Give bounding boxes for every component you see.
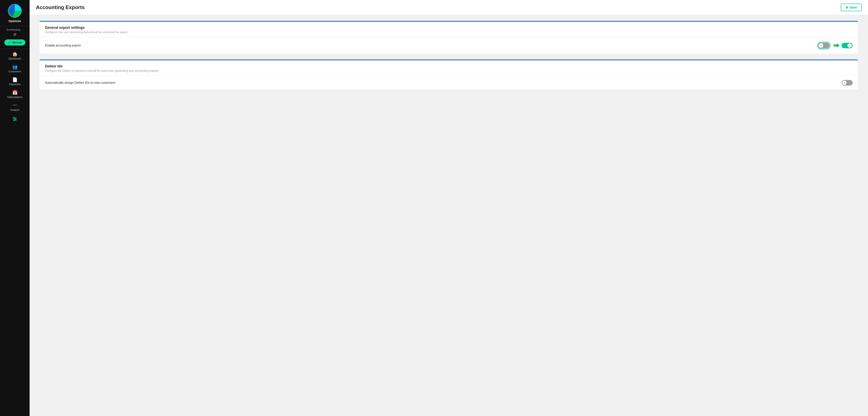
- general-export-settings-card: General export settings Configure how yo…: [39, 21, 858, 54]
- settings-icon[interactable]: [0, 114, 30, 124]
- sidebar-item-label-dashboard: Dashboard: [8, 57, 21, 60]
- auto-assign-toggle[interactable]: ✕: [842, 80, 852, 85]
- card-title-general: General export settings: [45, 26, 852, 30]
- main-header: Accounting Exports ⊕ Save: [30, 0, 868, 15]
- sidebar-nav: 🏠 Dashboard 👥 Customers 📄 Payments 📅 Sub…: [0, 50, 30, 114]
- subscriptions-icon: 📅: [12, 91, 18, 95]
- debtor-ids-card: Debtor Ids Configure the Debtor Id seque…: [39, 60, 858, 90]
- toggle-on-example: ✓: [842, 43, 852, 48]
- transfer-arrows-icon: ⇄: [13, 32, 17, 37]
- plus-circle-icon: ⊕: [845, 5, 848, 9]
- svg-point-4: [15, 118, 16, 119]
- toggle-area-enable-export: ✕ ➡ ✓: [818, 41, 852, 50]
- app-name: Optimize: [8, 19, 21, 23]
- sidebar-item-label-payments: Payments: [9, 83, 21, 86]
- sidebar: Optimize Bookkeeping ... ⇄ 🚀 Go Live 🏠 D…: [0, 0, 30, 416]
- sidebar-item-subscriptions[interactable]: 📅 Subscriptions: [0, 88, 30, 101]
- row-enable-accounting-export: Enable accounting export ✕ ➡ ✓: [39, 37, 858, 54]
- go-live-label: Go Live: [12, 41, 22, 44]
- sidebar-item-label-analyze: Analyze: [10, 108, 19, 111]
- main-area: Accounting Exports ⊕ Save General export…: [30, 0, 868, 416]
- card-subtitle-general: Configure how your accounting data shoul…: [45, 31, 852, 34]
- analyze-icon: 〰: [12, 103, 17, 108]
- row-auto-assign-debtor-ids: Automatically assign Debtor IDs to new c…: [39, 76, 858, 90]
- payments-icon: 📄: [12, 78, 18, 82]
- sidebar-item-analyze[interactable]: 〰 Analyze: [0, 101, 30, 114]
- right-arrow-icon: ➡: [833, 41, 839, 50]
- sidebar-item-label-customers: Customers: [9, 70, 21, 73]
- toggle-on-thumb: ✓: [847, 43, 852, 48]
- toggle-thumb-debtor: ✕: [842, 80, 846, 85]
- card-header-debtor: Debtor Ids Configure the Debtor Id seque…: [39, 60, 858, 76]
- main-content: General export settings Configure how yo…: [30, 15, 868, 416]
- rocket-icon: 🚀: [8, 41, 11, 44]
- svg-point-5: [14, 120, 15, 120]
- enable-accounting-export-label: Enable accounting export: [45, 44, 81, 47]
- save-button[interactable]: ⊕ Save: [841, 4, 862, 11]
- toggle-thumb-off: ✕: [819, 43, 823, 48]
- sidebar-item-dashboard[interactable]: 🏠 Dashboard: [0, 50, 30, 63]
- app-logo[interactable]: [8, 4, 22, 18]
- toggle-arrow-annotation: ➡ ✓: [833, 41, 852, 50]
- svg-point-3: [13, 117, 14, 118]
- enable-export-toggle[interactable]: ✕: [818, 43, 829, 48]
- sidebar-item-customers[interactable]: 👥 Customers: [0, 63, 30, 75]
- card-subtitle-debtor: Configure the Debtor Id sequence that wi…: [45, 69, 852, 72]
- sidebar-item-label-subscriptions: Subscriptions: [7, 96, 23, 99]
- page-title: Accounting Exports: [36, 4, 85, 10]
- go-live-button[interactable]: 🚀 Go Live: [4, 39, 25, 45]
- integration-name: Bookkeeping ...: [5, 28, 25, 31]
- sidebar-item-payments[interactable]: 📄 Payments: [0, 75, 30, 88]
- dashboard-icon: 🏠: [12, 52, 18, 56]
- auto-assign-debtor-label: Automatically assign Debtor IDs to new c…: [45, 81, 115, 84]
- save-label: Save: [850, 6, 857, 9]
- customers-icon: 👥: [12, 65, 18, 69]
- card-title-debtor: Debtor Ids: [45, 64, 852, 68]
- card-header-general: General export settings Configure how yo…: [39, 21, 858, 37]
